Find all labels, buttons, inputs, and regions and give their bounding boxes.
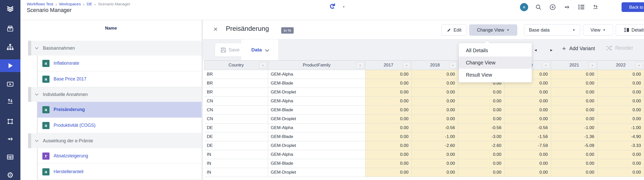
cell-value[interactable]: 0.00 [365, 159, 412, 168]
cell-value[interactable]: 0.00 [412, 150, 458, 159]
cell-country[interactable]: IN [204, 168, 268, 177]
flow-icon[interactable] [560, 4, 574, 10]
cell-country[interactable]: CN [204, 97, 268, 106]
cell-value[interactable]: 0.00 [551, 79, 598, 88]
column-header-year[interactable]: 2022 [598, 61, 644, 70]
cell-value[interactable]: -0.56 [412, 123, 458, 132]
next-variant-button[interactable]: ▸ [547, 45, 556, 55]
cell-value[interactable]: 0.00 [365, 97, 412, 106]
rail-item-import-export[interactable] [0, 95, 20, 108]
cell-country[interactable]: BR [204, 70, 268, 79]
cell-value[interactable]: 0.00 [458, 168, 505, 177]
cell-value[interactable]: 0.00 [598, 106, 644, 115]
column-header-year[interactable]: 2021 [551, 61, 598, 70]
tree-item-link[interactable]: Base Price 2017 [54, 76, 86, 82]
filter-icon[interactable] [542, 62, 550, 68]
cell-value[interactable]: 0.00 [412, 79, 458, 88]
cell-value[interactable]: 0.00 [598, 70, 644, 79]
column-header-year[interactable]: 2018 [412, 61, 458, 70]
cell-value[interactable]: 0.00 [458, 106, 505, 115]
cell-value[interactable]: -1.00 [598, 123, 644, 132]
cell-value[interactable]: 0.00 [598, 88, 644, 97]
tree-item[interactable]: a Produktivität (COGS) [37, 118, 202, 133]
tree-item-link[interactable]: Preisänderung [54, 107, 85, 112]
cell-value[interactable]: 0.00 [365, 70, 412, 79]
cell-value[interactable]: 0.00 [505, 106, 551, 115]
cell-product-family[interactable]: GEM-Blade [268, 79, 365, 88]
cell-product-family[interactable]: GEM-Blade [268, 159, 365, 168]
cell-value[interactable]: 0.00 [505, 115, 551, 123]
cell-value[interactable]: -7.59 [505, 141, 551, 150]
menu-item-result-view[interactable]: Result View [459, 69, 532, 81]
cell-product-family[interactable]: GEM-Droplet [268, 115, 365, 123]
tree-item[interactable]: a Base Price 2017 [37, 71, 202, 87]
tree-item[interactable]: a Herstelleranteil [37, 164, 202, 180]
cell-value[interactable]: -4.90 [598, 132, 644, 141]
chevron-down-icon[interactable]: ▾ [343, 5, 345, 9]
filter-icon[interactable] [589, 62, 596, 68]
add-circle-icon[interactable] [546, 4, 560, 10]
cell-value[interactable]: 0.00 [505, 150, 551, 159]
cell-value[interactable]: 0.00 [458, 150, 505, 159]
rail-item-flow[interactable] [0, 133, 20, 145]
breadcrumb-link[interactable]: Workflows Test [27, 2, 53, 6]
data-tab[interactable]: Data [241, 39, 278, 60]
tree-group-auswirkung-e-praemie[interactable]: Auswirkung der e-Prämie [28, 133, 202, 148]
cell-value[interactable]: -2.60 [458, 141, 505, 150]
cell-country[interactable]: CN [204, 106, 268, 115]
rail-item-hierarchy[interactable] [0, 41, 20, 53]
tree-item-link[interactable]: Produktivität (COGS) [54, 123, 95, 128]
column-header-country[interactable]: Country [204, 61, 268, 70]
cell-value[interactable]: 0.00 [505, 88, 551, 97]
view-select[interactable]: View ▼ [583, 24, 613, 36]
add-variant-button[interactable]: + Add Variant [562, 45, 595, 52]
transfer-icon[interactable] [588, 4, 603, 10]
rail-item-archive[interactable] [0, 22, 20, 35]
list-icon[interactable] [574, 4, 588, 10]
cell-value[interactable]: -1.56 [505, 132, 551, 141]
cell-value[interactable]: 0.00 [551, 70, 598, 79]
cell-value[interactable]: 0.00 [598, 79, 644, 88]
menu-item-all-details[interactable]: All Details [459, 44, 532, 57]
cell-value[interactable]: 0.00 [598, 115, 644, 123]
breadcrumb-link[interactable]: Workspaces [59, 2, 81, 6]
cell-product-family[interactable]: GEM-Droplet [268, 168, 365, 177]
breadcrumb-link[interactable]: DE [87, 2, 92, 6]
cell-value[interactable]: 0.00 [505, 97, 551, 106]
cell-value[interactable]: 0.00 [365, 115, 412, 123]
prev-variant-button[interactable]: ◂ [531, 45, 540, 55]
cell-country[interactable]: BR [204, 88, 268, 97]
filter-icon[interactable] [635, 62, 643, 68]
menu-item-change-view[interactable]: Change View [459, 57, 532, 69]
cell-value[interactable]: -1.00 [412, 132, 458, 141]
cell-value[interactable]: 0.00 [551, 168, 598, 177]
cell-value[interactable]: 0.00 [458, 88, 505, 97]
cell-country[interactable]: BR [204, 79, 268, 88]
cell-value[interactable]: -0.56 [458, 123, 505, 132]
cell-country[interactable]: IN [204, 159, 268, 168]
cell-value[interactable]: 0.00 [551, 150, 598, 159]
base-data-select[interactable]: Base data ▼ [524, 24, 580, 36]
tree-item[interactable]: r Absatzsteigerung [37, 148, 202, 164]
close-icon[interactable]: × [211, 25, 220, 34]
change-view-button[interactable]: Change View ▼ [469, 24, 517, 36]
cell-value[interactable]: 0.00 [365, 150, 412, 159]
cell-country[interactable]: CN [204, 115, 268, 123]
rail-item-settings[interactable]: ⚙ [0, 169, 20, 180]
cell-value[interactable]: 0.00 [598, 168, 644, 177]
filter-icon[interactable] [356, 62, 364, 68]
cell-value[interactable]: 0.00 [458, 159, 505, 168]
cell-value[interactable]: 0.00 [412, 159, 458, 168]
cell-value[interactable]: 0.00 [365, 132, 412, 141]
cell-product-family[interactable]: GEM-Alpha [268, 123, 365, 132]
details-button[interactable]: Details [616, 24, 644, 36]
cell-value[interactable]: -3.33 [598, 141, 644, 150]
cell-country[interactable]: DE [204, 141, 268, 150]
rail-item-table[interactable] [0, 151, 20, 163]
cell-country[interactable]: DE [204, 132, 268, 141]
reorder-button[interactable]: Reorder [606, 45, 633, 51]
cell-value[interactable]: 0.00 [458, 97, 505, 106]
tree-item-link[interactable]: Absatzsteigerung [54, 153, 88, 159]
cell-value[interactable]: -2.60 [412, 141, 458, 150]
cell-value[interactable]: 0.00 [505, 159, 551, 168]
